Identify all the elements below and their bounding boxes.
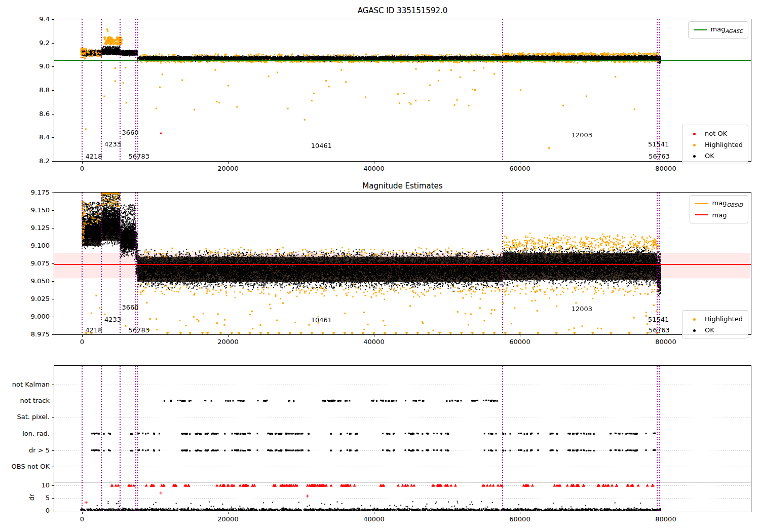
y-tick-mark bbox=[52, 263, 54, 264]
top-axes bbox=[54, 19, 751, 162]
top-plot-title: AGASC ID 335151592.0 bbox=[54, 6, 751, 15]
legend-entry: mag bbox=[695, 209, 743, 220]
x-tick-mark bbox=[374, 512, 374, 514]
y-tick-label: 9.000 bbox=[17, 313, 50, 320]
x-tick-label: 20000 bbox=[205, 338, 251, 346]
legend-mag-lines: magOBSID mag bbox=[690, 195, 748, 223]
y-tick-mark bbox=[52, 19, 54, 20]
x-tick-mark bbox=[82, 162, 83, 164]
top-plot-canvas bbox=[54, 19, 751, 161]
flag-row-label: dr > 5 bbox=[2, 446, 50, 454]
x-tick-mark bbox=[520, 512, 520, 514]
legend-entry: magOBSID bbox=[695, 198, 743, 209]
y-tick-label: 9.175 bbox=[17, 188, 50, 196]
y-tick-mark bbox=[52, 161, 54, 162]
y-tick-label: 8.2 bbox=[17, 157, 50, 165]
obsid-annotation: 4233 bbox=[104, 316, 121, 323]
x-tick-label: 0 bbox=[59, 165, 105, 172]
legend-entry: OK bbox=[688, 324, 743, 335]
x-tick-mark bbox=[228, 162, 229, 164]
obsid-annotation: 4218 bbox=[85, 326, 102, 334]
y-tick-mark bbox=[52, 434, 54, 434]
y-tick-label: 9.050 bbox=[17, 277, 50, 285]
legend-mag-agasc: magAGASC bbox=[688, 21, 748, 39]
x-tick-label: 80000 bbox=[643, 165, 689, 172]
legend-top-markers: not OK Highlighted OK bbox=[682, 125, 748, 164]
legend-entry: not OK bbox=[688, 128, 743, 139]
y-tick-mark bbox=[52, 498, 54, 499]
y-tick-mark bbox=[52, 485, 54, 486]
y-tick-mark bbox=[52, 114, 54, 115]
flag-row-label: Ion. rad. bbox=[2, 430, 50, 437]
y-tick-mark bbox=[52, 43, 54, 44]
dr-tick-label: 0 bbox=[17, 507, 50, 514]
y-tick-label: 9.150 bbox=[17, 206, 50, 214]
x-tick-label: 40000 bbox=[351, 165, 397, 172]
x-tick-mark bbox=[520, 162, 520, 164]
middle-axes bbox=[54, 192, 751, 335]
ok-dot-icon bbox=[693, 329, 696, 332]
y-tick-mark bbox=[52, 228, 54, 229]
legend-label-mag-obsid: magOBSID bbox=[712, 198, 743, 210]
y-tick-mark bbox=[52, 281, 54, 282]
obsid-annotation: 12003 bbox=[572, 131, 592, 139]
y-tick-mark bbox=[52, 66, 54, 67]
y-tick-label: 9.0 bbox=[17, 62, 50, 70]
y-tick-mark bbox=[52, 511, 54, 511]
y-tick-mark bbox=[52, 90, 54, 91]
y-tick-label: 8.8 bbox=[17, 86, 50, 94]
y-tick-label: 9.100 bbox=[17, 242, 50, 249]
flag-row-label: not Kalman bbox=[2, 381, 50, 388]
flag-row-label: Sat. pixel. bbox=[2, 413, 50, 421]
obsid-annotation: 10461 bbox=[311, 316, 332, 324]
y-tick-mark bbox=[52, 299, 54, 299]
x-tick-label: 60000 bbox=[497, 165, 543, 172]
y-tick-mark bbox=[52, 137, 54, 138]
x-tick-mark bbox=[374, 335, 374, 337]
x-tick-mark bbox=[374, 162, 374, 164]
dr-tick-label: 10 bbox=[17, 481, 50, 489]
highlighted-dot-icon bbox=[693, 318, 696, 321]
x-tick-mark bbox=[520, 335, 520, 337]
x-tick-mark bbox=[666, 162, 666, 164]
bottom-plot-canvas bbox=[54, 366, 751, 512]
obsid-annotation: 4218 bbox=[85, 153, 102, 160]
obsid-annotation: 51541 bbox=[648, 316, 669, 323]
x-tick-label: 20000 bbox=[205, 515, 251, 523]
x-tick-label: 40000 bbox=[351, 515, 397, 523]
x-tick-label: 80000 bbox=[643, 338, 689, 346]
x-tick-label: 60000 bbox=[497, 515, 543, 523]
obsid-annotation: 51541 bbox=[648, 140, 669, 148]
obsid-annotation: 4233 bbox=[104, 140, 121, 148]
legend-label-ok-2: OK bbox=[705, 325, 714, 335]
obsid-annotation: 56783 bbox=[129, 326, 149, 334]
y-tick-mark bbox=[52, 450, 54, 451]
y-tick-mark bbox=[52, 210, 54, 211]
y-tick-label: 9.4 bbox=[17, 15, 50, 23]
legend-middle-markers: Highlighted OK bbox=[682, 310, 748, 338]
y-tick-mark bbox=[52, 385, 54, 385]
legend-label-highlighted-2: Highlighted bbox=[705, 314, 743, 324]
y-tick-mark bbox=[52, 317, 54, 317]
middle-plot-canvas bbox=[54, 193, 751, 334]
obsid-annotation: 12003 bbox=[572, 305, 592, 313]
y-tick-label: 9.075 bbox=[17, 259, 50, 267]
y-tick-mark bbox=[52, 467, 54, 467]
y-tick-label: 9.125 bbox=[17, 224, 50, 232]
not-ok-dot-icon bbox=[693, 133, 696, 135]
y-tick-mark bbox=[52, 401, 54, 401]
legend-entry: Highlighted bbox=[688, 139, 743, 150]
legend-label-not-ok: not OK bbox=[705, 128, 727, 139]
middle-plot-title: Magnitude Estimates bbox=[54, 181, 751, 191]
bottom-axes bbox=[54, 365, 751, 512]
y-tick-mark bbox=[52, 334, 54, 335]
y-tick-mark bbox=[52, 417, 54, 417]
y-tick-label: 8.6 bbox=[17, 110, 50, 118]
x-tick-mark bbox=[228, 335, 229, 337]
obsid-annotation: 3660 bbox=[122, 303, 138, 311]
highlighted-dot-icon bbox=[693, 144, 696, 146]
x-tick-label: 60000 bbox=[497, 338, 543, 346]
x-tick-mark bbox=[666, 512, 666, 514]
y-tick-label: 9.025 bbox=[17, 295, 50, 302]
legend-label-mag: mag bbox=[712, 210, 727, 220]
